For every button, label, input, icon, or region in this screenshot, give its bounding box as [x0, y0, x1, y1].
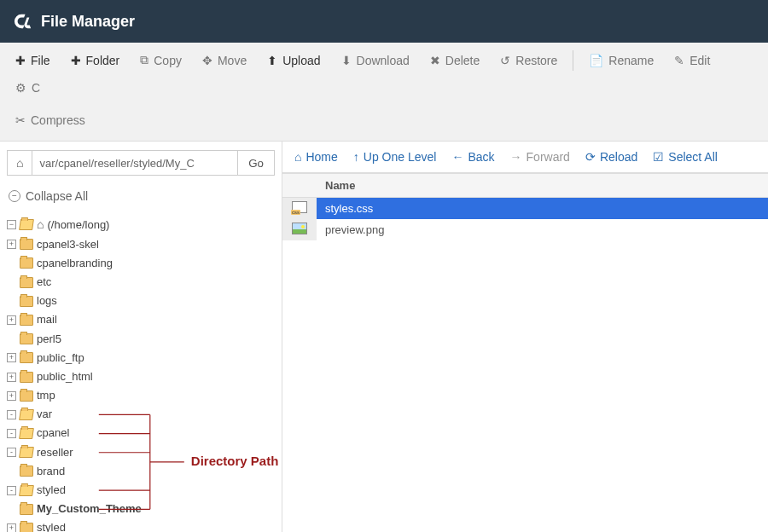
edit-button[interactable]: ✎Edit	[666, 49, 719, 72]
tree-item-styled[interactable]: +styled	[7, 518, 275, 532]
folder-open-icon	[19, 219, 34, 230]
tree-item-reseller[interactable]: -reseller	[7, 443, 275, 462]
expander-icon[interactable]: -	[7, 410, 16, 419]
copy-button[interactable]: ⧉Copy	[131, 48, 190, 72]
cpanel-logo-icon	[14, 12, 32, 31]
app-title: File Manager	[41, 13, 135, 31]
check-column-header[interactable]	[282, 174, 317, 198]
folder-closed-icon	[20, 390, 33, 402]
table-row[interactable]: styles.css	[282, 198, 768, 220]
name-column-header[interactable]: Name	[317, 174, 768, 198]
tree-item-label: cpanel	[37, 425, 69, 441]
rename-icon: 📄	[589, 54, 603, 67]
tree-item-label: brand	[37, 464, 65, 479]
home-icon: ⌂	[294, 150, 301, 164]
file-name: preview.png	[317, 219, 768, 240]
file-name: styles.css	[317, 198, 768, 220]
delete-icon: ✖	[430, 54, 440, 67]
tree-item-etc[interactable]: etc	[7, 273, 275, 292]
folder-open-icon	[19, 409, 34, 420]
path-bar: ⌂ Go	[7, 150, 275, 176]
nav-up-button[interactable]: ↑Up One Level	[353, 150, 437, 164]
copy-icon: ⧉	[140, 53, 148, 67]
tree-item-styled[interactable]: -styled	[7, 481, 275, 500]
minus-circle-icon: −	[9, 190, 20, 202]
expander-icon[interactable]: +	[7, 240, 16, 249]
nav-select-all-button[interactable]: ☑Select All	[653, 150, 718, 164]
edit-icon: ✎	[674, 54, 684, 67]
tree-item-mail[interactable]: +mail	[7, 310, 275, 329]
expander-icon[interactable]: +	[7, 523, 16, 532]
tree-item-label: styled	[37, 483, 66, 498]
tree-item-perl5[interactable]: perl5	[7, 330, 275, 349]
plus-icon: ✚	[15, 54, 26, 67]
expander-icon[interactable]: -	[7, 486, 16, 495]
nav-home-button[interactable]: ⌂Home	[294, 150, 338, 164]
tree-item-cpanelbranding[interactable]: cpanelbranding	[7, 254, 275, 273]
home-icon: ⌂	[37, 217, 44, 234]
expander-icon[interactable]: -	[7, 429, 16, 438]
restore-icon: ↺	[500, 54, 510, 67]
expander-icon[interactable]: +	[7, 391, 16, 401]
nav-forward-button[interactable]: →Forward	[510, 150, 570, 164]
check-icon: ☑	[653, 150, 664, 164]
nav-back-button[interactable]: ←Back	[451, 150, 494, 164]
restore-button[interactable]: ↺Restore	[492, 49, 566, 72]
tree-item-my-custom-theme[interactable]: My_Custom_Theme	[7, 500, 275, 518]
folder-closed-icon	[20, 333, 33, 344]
reload-icon: ⟳	[585, 150, 596, 164]
gear-icon: ⚙	[15, 81, 26, 95]
tree-item-label: etc	[37, 275, 51, 290]
compress-button[interactable]: ✂Compress	[7, 108, 94, 132]
tree-item-label: cpanelbranding	[37, 256, 113, 271]
folder-closed-icon	[20, 504, 33, 515]
go-button[interactable]: Go	[238, 150, 275, 176]
left-pane: ⌂ Go − Collapse All − ⌂ (/home/long) +cp…	[0, 142, 282, 532]
folder-closed-icon	[20, 523, 33, 532]
tree-item-label: cpanel3-skel	[37, 237, 99, 252]
table-row[interactable]: preview.png	[282, 219, 768, 240]
arrow-right-icon: →	[510, 150, 522, 164]
tree-item-cpanel3-skel[interactable]: +cpanel3-skel	[7, 235, 275, 254]
css-file-icon	[292, 201, 307, 213]
tree-item-label: logs	[37, 293, 57, 309]
expander-icon[interactable]: +	[7, 353, 16, 362]
folder-open-icon	[19, 485, 34, 496]
home-button[interactable]: ⌂	[7, 150, 32, 176]
expander-icon[interactable]: -	[7, 448, 16, 457]
folder-closed-icon	[20, 257, 33, 269]
expander-icon[interactable]: −	[7, 220, 16, 229]
upload-icon: ⬆	[267, 54, 277, 67]
delete-button[interactable]: ✖Delete	[422, 49, 488, 72]
arrow-left-icon: ←	[451, 150, 463, 164]
tree-item-logs[interactable]: logs	[7, 292, 275, 310]
expander-icon[interactable]: +	[7, 315, 16, 325]
download-icon: ⬇	[341, 54, 352, 67]
rename-button[interactable]: 📄Rename	[580, 49, 662, 72]
move-button[interactable]: ✥Move	[194, 49, 255, 72]
tree-item-label: reseller	[37, 445, 73, 460]
tree-item-tmp[interactable]: +tmp	[7, 386, 275, 405]
tree-item-public-ftp[interactable]: +public_ftp	[7, 349, 275, 367]
folder-open-icon	[19, 428, 34, 439]
main-toolbar: ✚File ✚Folder ⧉Copy ✥Move ⬆Upload ⬇Downl…	[0, 43, 768, 142]
collapse-all-button[interactable]: − Collapse All	[9, 189, 275, 203]
tree-item-var[interactable]: -var	[7, 405, 275, 424]
tree-item-label: public_html	[37, 369, 93, 385]
download-button[interactable]: ⬇Download	[333, 49, 418, 72]
expander-icon[interactable]: +	[7, 373, 16, 382]
path-input[interactable]	[32, 150, 238, 176]
tree-item-label: var	[37, 407, 52, 422]
c-button[interactable]: ⚙C	[7, 76, 49, 100]
tree-root[interactable]: − ⌂ (/home/long)	[7, 215, 275, 235]
folder-closed-icon	[20, 352, 33, 363]
arrow-up-icon: ↑	[353, 150, 359, 164]
tree-item-brand[interactable]: brand	[7, 462, 275, 481]
upload-button[interactable]: ⬆Upload	[259, 49, 329, 72]
nav-reload-button[interactable]: ⟳Reload	[585, 150, 637, 164]
tree-item-cpanel[interactable]: -cpanel	[7, 424, 275, 442]
content-area: ⌂ Go − Collapse All − ⌂ (/home/long) +cp…	[0, 142, 768, 532]
folder-button[interactable]: ✚Folder	[62, 49, 129, 72]
file-button[interactable]: ✚File	[7, 49, 59, 72]
tree-item-public-html[interactable]: +public_html	[7, 367, 275, 386]
